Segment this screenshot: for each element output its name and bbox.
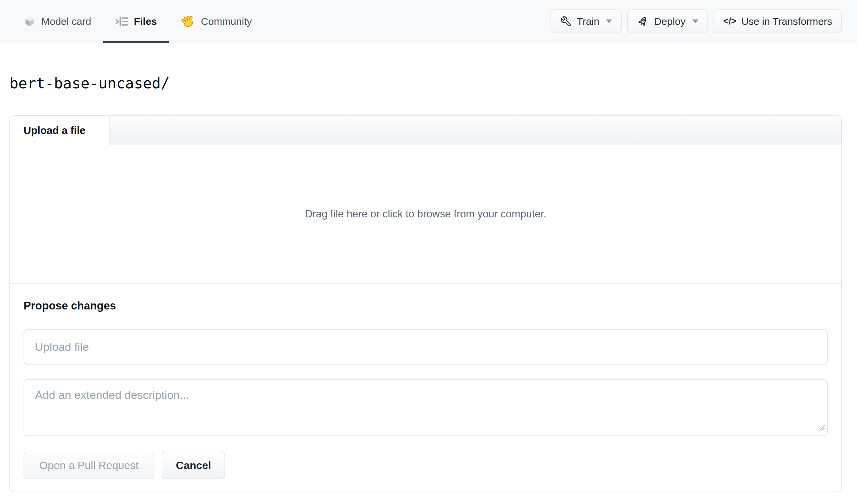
wrench-icon xyxy=(560,16,572,27)
tab-files[interactable]: Files xyxy=(103,0,169,43)
rocket-icon xyxy=(637,15,649,28)
repo-nav: Model card Files xyxy=(0,0,857,43)
caret-down-icon xyxy=(606,19,612,23)
deploy-button[interactable]: Deploy xyxy=(627,10,708,33)
upload-filename-input[interactable] xyxy=(23,329,828,365)
file-dropzone[interactable]: Drag file here or click to browse from y… xyxy=(10,145,841,283)
propose-changes-section: Propose changes Open a Pull Request Canc… xyxy=(10,283,841,479)
train-button[interactable]: Train xyxy=(551,10,622,33)
caret-down-icon xyxy=(692,19,699,23)
use-in-transformers-button[interactable]: </> Use in Transformers xyxy=(713,10,842,33)
files-versions-icon xyxy=(115,16,128,27)
repo-action-buttons: Train Deploy </> Use in Tra xyxy=(551,0,842,43)
tab-model-card[interactable]: Model card xyxy=(12,0,103,43)
train-button-label: Train xyxy=(577,16,599,27)
propose-buttons-row: Open a Pull Request Cancel xyxy=(23,452,828,479)
upload-tabstrip: Upload a file xyxy=(10,116,841,145)
deploy-button-label: Deploy xyxy=(654,16,685,27)
tab-files-label: Files xyxy=(134,16,157,27)
resize-handle-icon[interactable] xyxy=(818,424,825,433)
use-in-transformers-label: Use in Transformers xyxy=(741,16,832,27)
tab-model-card-label: Model card xyxy=(41,16,91,27)
code-icon: </> xyxy=(723,16,736,27)
waving-hand-icon xyxy=(181,14,195,29)
cancel-button[interactable]: Cancel xyxy=(162,452,225,479)
description-field-wrap xyxy=(23,379,828,436)
tab-community[interactable]: Community xyxy=(169,0,264,43)
dropzone-hint-text: Drag file here or click to browse from y… xyxy=(305,208,546,220)
tab-community-label: Community xyxy=(201,16,252,27)
open-pull-request-button[interactable]: Open a Pull Request xyxy=(23,452,154,479)
tab-upload-a-file-label: Upload a file xyxy=(23,125,85,137)
extended-description-textarea[interactable] xyxy=(23,379,828,436)
repo-tabs: Model card Files xyxy=(12,0,264,43)
upload-panel: Upload a file Drag file here or click to… xyxy=(10,115,842,492)
propose-changes-heading: Propose changes xyxy=(23,299,828,312)
tab-upload-a-file[interactable]: Upload a file xyxy=(10,116,110,145)
repo-path: bert-base-uncased/ xyxy=(10,74,170,92)
cube-icon xyxy=(23,15,36,28)
